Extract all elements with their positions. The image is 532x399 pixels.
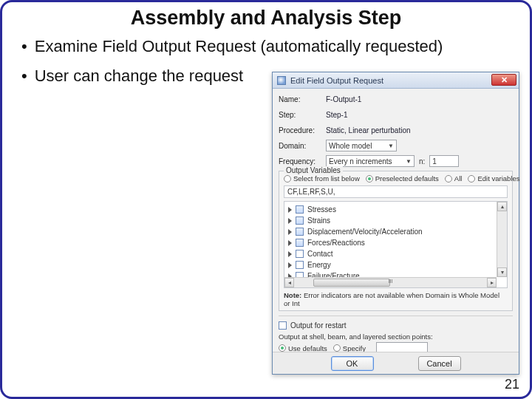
tree-item-forces[interactable]: Forces/Reactions <box>286 237 505 248</box>
frequency-combo[interactable]: Every n increments ▼ <box>326 155 415 167</box>
scroll-down-icon[interactable]: ▾ <box>497 267 507 277</box>
cancel-button[interactable]: Cancel <box>418 356 461 371</box>
variable-mode-radios: Select from list below Preselected defau… <box>284 174 508 183</box>
procedure-label: Procedure: <box>279 126 326 134</box>
ok-button[interactable]: OK <box>331 356 374 371</box>
close-button[interactable]: ✕ <box>491 74 516 86</box>
note-label: Note: <box>284 291 301 299</box>
checkbox-icon[interactable] <box>296 239 304 247</box>
radio-icon <box>333 344 341 352</box>
name-value: F-Output-1 <box>326 95 361 103</box>
checkbox-icon[interactable] <box>296 205 304 214</box>
chevron-down-icon: ▼ <box>388 143 394 149</box>
radio-icon <box>279 344 286 352</box>
domain-combo[interactable]: Whole model ▼ <box>326 140 397 151</box>
slide-frame: Assembly and Analysis Step • Examine Fie… <box>0 0 532 399</box>
scroll-grip-icon: III <box>388 278 393 284</box>
scroll-up-icon[interactable]: ▴ <box>497 202 507 211</box>
domain-combo-value: Whole model <box>329 142 372 150</box>
dialog-title: Edit Field Output Request <box>290 76 383 85</box>
name-label: Name: <box>279 95 326 103</box>
scroll-right-icon[interactable]: ▸ <box>487 278 497 287</box>
radio-select-from-list[interactable]: Select from list below <box>284 174 360 183</box>
radio-icon <box>284 175 291 183</box>
output-restart-checkbox[interactable] <box>279 321 287 330</box>
app-icon <box>277 76 286 85</box>
expand-icon <box>288 240 292 246</box>
slide-title: Assembly and Analysis Step <box>17 7 515 30</box>
chevron-down-icon: ▼ <box>406 158 412 165</box>
radio-use-defaults[interactable]: Use defaults <box>279 344 327 352</box>
expand-icon <box>288 207 292 213</box>
tree-item-strains[interactable]: Strains <box>286 215 505 226</box>
frequency-label: Frequency: <box>279 157 326 166</box>
scrollbar-track[interactable]: III <box>294 278 487 287</box>
selected-variables-text: CF,LE,RF,S,U, <box>284 185 508 198</box>
expand-icon <box>288 262 292 268</box>
bullet-dot-icon: • <box>21 66 27 86</box>
dialog-titlebar[interactable]: Edit Field Output Request ✕ <box>273 72 519 89</box>
expand-icon <box>288 251 292 257</box>
scroll-left-icon[interactable]: ◂ <box>284 278 294 287</box>
step-value: Step-1 <box>326 111 347 119</box>
radio-icon <box>468 175 475 183</box>
output-restart-label: Output for restart <box>290 321 347 330</box>
radio-preselected-defaults[interactable]: Preselected defaults <box>366 174 439 183</box>
tree-item-contact[interactable]: Contact <box>286 248 505 259</box>
dialog-footer: OK Cancel <box>273 352 519 374</box>
frequency-combo-value: Every n increments <box>329 157 392 166</box>
tree-item-stresses[interactable]: Stresses <box>286 204 505 215</box>
tree-item-energy[interactable]: Energy <box>286 259 505 270</box>
step-label: Step: <box>279 111 326 119</box>
section-points-label: Output at shell, beam, and layered secti… <box>279 332 513 341</box>
frequency-n-label: n: <box>419 157 425 166</box>
frequency-n-value: 1 <box>432 157 437 166</box>
divider <box>279 316 513 316</box>
bullet-dot-icon: • <box>21 37 27 56</box>
expand-icon <box>288 229 292 235</box>
horizontal-scrollbar[interactable]: ◂ III ▸ <box>284 277 497 287</box>
vertical-scrollbar[interactable]: ▴ ▾ <box>497 202 507 277</box>
radio-edit-variables[interactable]: Edit variables <box>468 174 519 183</box>
edit-field-output-dialog: Edit Field Output Request ✕ Name: F-Outp… <box>272 72 519 375</box>
page-number: 21 <box>505 377 519 392</box>
dialog-body: Name: F-Output-1 Step: Step-1 Procedure:… <box>273 89 519 375</box>
tree-item-displacement[interactable]: Displacement/Velocity/Acceleration <box>286 226 505 237</box>
checkbox-icon[interactable] <box>296 228 304 236</box>
note-line: Note: Error indicators are not available… <box>284 291 508 307</box>
bullet-text: Examine Field Output Request (automatica… <box>35 37 443 56</box>
procedure-value: Static, Linear perturbation <box>326 126 411 134</box>
radio-specify[interactable]: Specify <box>333 344 366 352</box>
frequency-n-input[interactable]: 1 <box>429 155 459 167</box>
close-icon: ✕ <box>501 76 508 84</box>
checkbox-icon[interactable] <box>296 216 304 225</box>
variable-tree[interactable]: Stresses Strains Displacement/Velocity/A… <box>284 201 508 288</box>
checkbox-icon[interactable] <box>296 261 304 269</box>
radio-icon <box>445 175 452 183</box>
checkbox-icon[interactable] <box>296 250 304 258</box>
radio-icon <box>366 175 373 183</box>
scrollbar-thumb[interactable] <box>313 279 390 287</box>
bullet-item: • Examine Field Output Request (automati… <box>21 37 515 56</box>
output-variables-group: Output Variables Select from list below … <box>279 171 513 311</box>
expand-icon <box>288 218 292 224</box>
bullet-text: User can change the request <box>35 66 244 86</box>
output-variables-legend: Output Variables <box>284 166 343 174</box>
radio-all[interactable]: All <box>445 174 463 183</box>
note-text: Error indicators are not available when … <box>284 291 499 307</box>
domain-label: Domain: <box>279 142 326 150</box>
